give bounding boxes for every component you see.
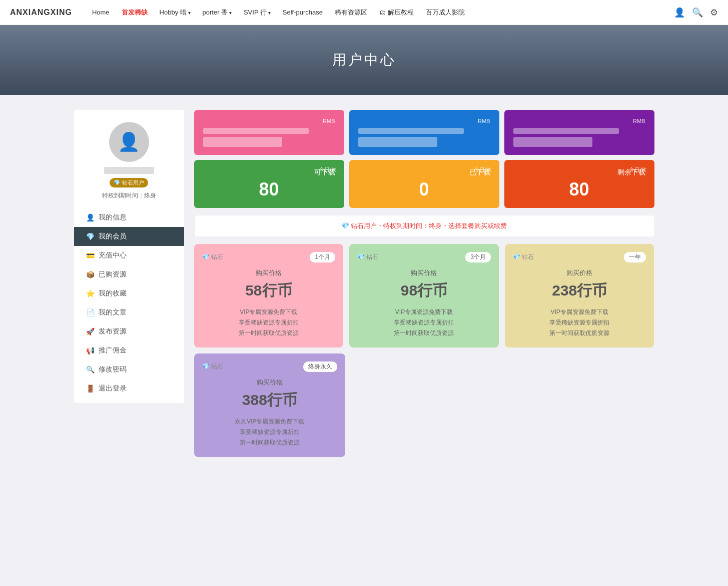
menu-publish[interactable]: 🚀 发布资源	[74, 322, 184, 341]
user-menu-icon: 👤	[86, 214, 95, 222]
content-area: RMB RMB RMB 今日/	[194, 110, 654, 457]
plan-1month-duration: 1个月	[310, 252, 335, 262]
stat-remaining-value: 80	[513, 179, 645, 200]
stat-card-remaining: 今日/次 剩余下载 80	[504, 160, 654, 208]
expire-text: 特权到期时间：终身	[102, 192, 156, 200]
menu-my-info[interactable]: 👤 我的信息	[74, 208, 184, 227]
plan-1month-feature-2: 享受稀缺资源专属折扣	[202, 318, 336, 327]
plan-1month-price: 58行币	[202, 280, 336, 301]
nav-decompress[interactable]: 🗂 解压教程	[374, 5, 419, 20]
referral-menu-icon: 📢	[86, 346, 95, 354]
stat-card-rmb-1-label: RMB	[203, 118, 335, 124]
nav-movies[interactable]: 百万成人影院	[421, 5, 470, 20]
plan-lifetime-price-label: 购买价格	[202, 378, 338, 387]
menu-my-membership[interactable]: 💎 我的会员	[74, 227, 184, 246]
plan-lifetime-diamond: 💎 钻石	[202, 362, 223, 371]
stat-downloaded-today: 今日/次	[474, 166, 492, 174]
plan-1month[interactable]: 💎 钻石 1个月 购买价格 58行币 VIP专属资源免费下载 享受稀缺资源专属折…	[194, 244, 344, 348]
stat-downloaded-value: 0	[358, 179, 490, 200]
membership-plans-row1: 💎 钻石 1个月 购买价格 58行币 VIP专属资源免费下载 享受稀缺资源专属折…	[194, 244, 654, 348]
menu-logout[interactable]: 🚪 退出登录	[74, 379, 184, 398]
plan-3months[interactable]: 💎 钻石 3个月 购买价格 98行币 VIP专属资源免费下载 享受稀缺资源专属折…	[349, 244, 499, 348]
nav-icons: 👤 🔍 ⚙	[674, 7, 718, 18]
plan-3months-duration: 3个月	[465, 252, 491, 262]
user-icon[interactable]: 👤	[674, 7, 685, 18]
plan-lifetime-feature-3: 第一时间获取优质资源	[202, 438, 338, 447]
menu-favorites[interactable]: ⭐ 我的收藏	[74, 284, 184, 303]
plan-1year-feature-2: 享受稀缺资源专属折扣	[513, 318, 646, 327]
bottom-stat-cards: 今日/次 可下载 80 今日/次 已下载 0 今日/次 剩余下载 80	[194, 160, 654, 208]
avatar: 👤	[109, 122, 149, 162]
nav-rare[interactable]: 稀有资源区	[330, 5, 372, 20]
stat-card-rmb-1: RMB	[194, 110, 344, 155]
stat-available-value: 80	[203, 179, 335, 200]
nav-first[interactable]: 首发稀缺	[117, 5, 153, 20]
stat-card-rmb-2: RMB	[349, 110, 499, 155]
stat-card-blur-1b	[203, 137, 282, 147]
settings-icon[interactable]: ⚙	[710, 7, 718, 18]
stat-downloaded-title: 已下载	[358, 168, 490, 177]
sidebar: 👤 💎 钻石用户 特权到期时间：终身 👤 我的信息 💎 我的会员 💳 充值中心 …	[74, 110, 184, 403]
nav-selfpurchase[interactable]: Self-purchase	[278, 6, 328, 19]
plan-1year-header: 💎 钻石 一年	[513, 252, 646, 262]
menu-change-password[interactable]: 🔍 修改密码	[74, 360, 184, 379]
plan-lifetime-price: 388行币	[202, 390, 338, 410]
plan-3months-feature-2: 享受稀缺资源专属折扣	[357, 318, 491, 327]
notice-bar: 💎 钻石用户・特权到期时间：终身・选择套餐购买或续费	[194, 215, 654, 237]
plan-1month-header: 💎 钻石 1个月	[202, 252, 336, 262]
plan-1month-diamond: 💎 钻石	[202, 253, 223, 262]
plan-3months-diamond: 💎 钻石	[357, 253, 378, 262]
nav-svip[interactable]: SVIP 行	[239, 5, 276, 20]
plan-1year-price-label: 购买价格	[513, 268, 646, 278]
plan-lifetime-feature-1: 永久VIP专属资源免费下载	[202, 418, 338, 426]
nav-home[interactable]: Home	[87, 6, 115, 19]
menu-recharge[interactable]: 💳 充值中心	[74, 246, 184, 265]
nav-links: Home 首发稀缺 Hobby 暗 porter 香 SVIP 行 Self-p…	[87, 5, 674, 20]
site-brand[interactable]: ANXIANGXING	[10, 8, 72, 17]
plan-1year[interactable]: 💎 钻石 一年 购买价格 238行币 VIP专属资源免费下载 享受稀缺资源专属折…	[505, 244, 654, 348]
sidebar-menu: 👤 我的信息 💎 我的会员 💳 充值中心 📦 已购资源 ⭐ 我的收藏 📄	[74, 208, 184, 398]
menu-articles[interactable]: 📄 我的文章	[74, 303, 184, 322]
plan-1year-feature-1: VIP专属资源免费下载	[513, 308, 646, 316]
plan-1month-feature-3: 第一时间获取优质资源	[202, 329, 336, 338]
stat-card-blur-3a	[513, 128, 619, 134]
logout-menu-icon: 🚪	[86, 384, 95, 392]
menu-referral[interactable]: 📢 推广佣金	[74, 341, 184, 360]
plan-lifetime-header: 💎 钻石 终身永久	[202, 362, 338, 372]
stat-card-blur-1a	[203, 128, 309, 134]
plan-3months-price-label: 购买价格	[357, 268, 491, 278]
stat-card-rmb-3-label: RMB	[513, 118, 645, 124]
stat-card-rmb-3: RMB	[504, 110, 654, 155]
main-layout: 👤 💎 钻石用户 特权到期时间：终身 👤 我的信息 💎 我的会员 💳 充值中心 …	[64, 110, 664, 457]
purchased-menu-icon: 📦	[86, 270, 95, 278]
password-menu-icon: 🔍	[86, 366, 95, 374]
plan-3months-header: 💎 钻石 3个月	[357, 252, 491, 262]
stat-card-blur-2a	[358, 128, 464, 134]
plan-1year-feature-3: 第一时间获取优质资源	[513, 329, 646, 338]
plan-3months-feature-1: VIP专属资源免费下载	[357, 308, 491, 316]
search-icon[interactable]: 🔍	[692, 7, 703, 18]
articles-menu-icon: 📄	[86, 308, 95, 316]
page-title: 用户中心	[332, 50, 396, 70]
user-profile: 👤 💎 钻石用户 特权到期时间：终身	[74, 110, 184, 208]
stat-available-today: 今日/次	[319, 166, 337, 174]
nav-hobby[interactable]: Hobby 暗	[155, 5, 196, 20]
plan-1month-feature-1: VIP专属资源免费下载	[202, 308, 336, 316]
plan-lifetime[interactable]: 💎 钻石 终身永久 购买价格 388行币 永久VIP专属资源免费下载 享受稀缺资…	[194, 354, 346, 457]
plan-lifetime-features: 永久VIP专属资源免费下载 享受稀缺资源专属折扣 第一时间获取优质资源	[202, 418, 338, 447]
nav-porter[interactable]: porter 香	[198, 5, 237, 20]
plan-1month-price-label: 购买价格	[202, 268, 336, 278]
menu-purchased[interactable]: 📦 已购资源	[74, 265, 184, 284]
plan-1year-duration: 一年	[624, 252, 646, 262]
plan-3months-price: 98行币	[357, 280, 491, 301]
top-stat-cards: RMB RMB RMB	[194, 110, 654, 155]
plan-3months-features: VIP专属资源免费下载 享受稀缺资源专属折扣 第一时间获取优质资源	[357, 308, 491, 338]
plan-1month-features: VIP专属资源免费下载 享受稀缺资源专属折扣 第一时间获取优质资源	[202, 308, 336, 338]
hero-banner: 用户中心	[0, 25, 728, 95]
stat-card-downloaded: 今日/次 已下载 0	[349, 160, 499, 208]
navbar: ANXIANGXING Home 首发稀缺 Hobby 暗 porter 香 S…	[0, 0, 728, 25]
diamond-menu-icon: 💎	[86, 232, 95, 240]
plan-1year-diamond: 💎 钻石	[513, 253, 534, 262]
stat-card-blur-2b	[358, 137, 437, 147]
publish-menu-icon: 🚀	[86, 328, 95, 336]
